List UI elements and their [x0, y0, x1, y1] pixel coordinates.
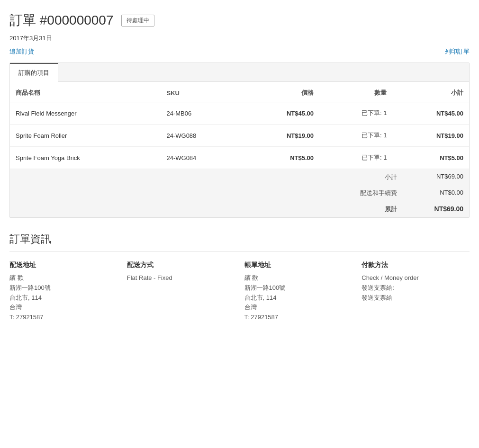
subtotal-value: NT$69.00: [416, 173, 463, 181]
order-table: 商品名稱 SKU 價格 數量 小計 Rival Field Messenger …: [10, 82, 469, 169]
cell-sku: 24-MB06: [161, 102, 243, 125]
total-label: 累計: [350, 205, 397, 214]
shipping-value: NT$0.00: [416, 189, 463, 197]
table-row: Sprite Foam Roller 24-WG088 NT$19.00 已下單…: [10, 125, 469, 147]
page-header: 訂單 #000000007 待處理中: [9, 11, 470, 29]
cell-price: NT$5.00: [243, 147, 320, 169]
billing-address-content: 繽 歡新湖一路100號台北市, 114台灣T: 27921587: [244, 273, 352, 323]
payment-method-title: 付款方法: [362, 261, 470, 269]
cell-price: NT$45.00: [243, 102, 320, 125]
status-badge: 待處理中: [121, 15, 154, 27]
col-header-sku: SKU: [161, 82, 243, 102]
subtotal-label: 小計: [350, 173, 397, 181]
table-row: Sprite Foam Yoga Brick 24-WG084 NT$5.00 …: [10, 147, 469, 169]
cell-qty: 已下單: 1: [319, 125, 392, 147]
section-divider: [9, 251, 470, 251]
col-header-qty: 數量: [319, 82, 392, 102]
order-section: 訂購的項目 商品名稱 SKU 價格 數量 小計 Rival Field Mess…: [9, 63, 470, 218]
print-order-link[interactable]: 列印訂單: [445, 47, 470, 56]
col-header-name: 商品名稱: [10, 82, 161, 102]
tab-ordered-items[interactable]: 訂購的項目: [10, 63, 58, 82]
shipping-address-content: 繽 歡新湖一路100號台北市, 114台灣T: 27921587: [9, 273, 117, 323]
add-order-link[interactable]: 追加訂貨: [9, 47, 34, 56]
summary-shipping-row: 配送和手續費 NT$0.00: [10, 185, 469, 201]
tab-bar: 訂購的項目: [10, 63, 469, 82]
cell-subtotal: NT$5.00: [392, 147, 469, 169]
shipping-method-block: 配送方式 Flat Rate - Fixed: [127, 261, 235, 323]
total-value: NT$69.00: [416, 205, 463, 214]
page-date: 2017年3月31日: [9, 34, 470, 43]
cell-price: NT$19.00: [243, 125, 320, 147]
shipping-method-title: 配送方式: [127, 261, 235, 269]
order-summary: 小計 NT$69.00 配送和手續費 NT$0.00 累計 NT$69.00: [10, 169, 469, 217]
payment-method-content: Check / Money order發送支票給:發送支票給: [362, 273, 470, 303]
cell-subtotal: NT$45.00: [392, 102, 469, 125]
cell-sku: 24-WG084: [161, 147, 243, 169]
shipping-method-content: Flat Rate - Fixed: [127, 273, 235, 283]
table-row: Rival Field Messenger 24-MB06 NT$45.00 已…: [10, 102, 469, 125]
cell-name: Rival Field Messenger: [10, 102, 161, 125]
cell-subtotal: NT$19.00: [392, 125, 469, 147]
shipping-address-block: 配送地址 繽 歡新湖一路100號台北市, 114台灣T: 27921587: [9, 261, 117, 323]
shipping-address-title: 配送地址: [9, 261, 117, 269]
action-row: 追加訂貨 列印訂單: [9, 47, 470, 56]
cell-sku: 24-WG088: [161, 125, 243, 147]
billing-address-block: 帳單地址 繽 歡新湖一路100號台北市, 114台灣T: 27921587: [244, 261, 352, 323]
cell-qty: 已下單: 1: [319, 102, 392, 125]
summary-total-row: 累計 NT$69.00: [10, 201, 469, 217]
billing-address-title: 帳單地址: [244, 261, 352, 269]
col-header-price: 價格: [243, 82, 320, 102]
col-header-subtotal: 小計: [392, 82, 469, 102]
payment-method-block: 付款方法 Check / Money order發送支票給:發送支票給: [362, 261, 470, 323]
cell-name: Sprite Foam Yoga Brick: [10, 147, 161, 169]
summary-subtotal-row: 小計 NT$69.00: [10, 169, 469, 185]
info-grid: 配送地址 繽 歡新湖一路100號台北市, 114台灣T: 27921587 配送…: [9, 261, 470, 323]
order-info-title: 訂單資訊: [9, 232, 470, 246]
shipping-label: 配送和手續費: [350, 189, 397, 197]
cell-name: Sprite Foam Roller: [10, 125, 161, 147]
cell-qty: 已下單: 1: [319, 147, 392, 169]
page-title: 訂單 #000000007: [9, 11, 114, 29]
